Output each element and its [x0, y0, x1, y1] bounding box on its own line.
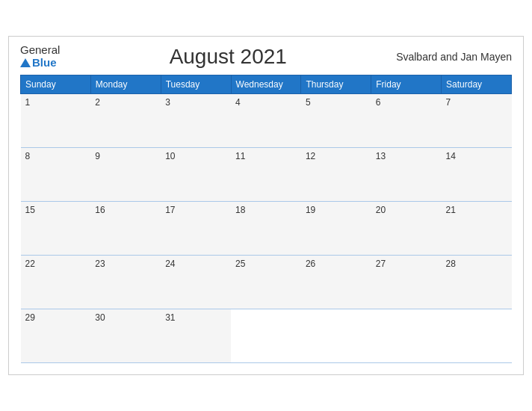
calendar-cell: 14 — [442, 148, 512, 202]
calendar-cell — [231, 309, 301, 363]
calendar-container: General Blue August 2021 Svalbard and Ja… — [8, 36, 524, 375]
calendar-title: August 2021 — [60, 45, 396, 69]
day-num: 21 — [446, 205, 456, 215]
day-num: 22 — [25, 259, 35, 269]
day-num: 6 — [376, 97, 381, 108]
day-num: 20 — [376, 205, 386, 215]
calendar-cell: 25 — [231, 256, 301, 309]
day-num: 10 — [165, 151, 175, 161]
calendar-cell: 12 — [301, 148, 371, 202]
calendar-cell: 22 — [21, 256, 91, 309]
day-num: 31 — [165, 312, 175, 323]
calendar-cell: 13 — [371, 148, 442, 202]
day-num: 25 — [235, 259, 245, 269]
calendar-cell: 23 — [90, 256, 161, 309]
calendar-cell: 5 — [301, 94, 371, 148]
calendar-cell: 30 — [90, 309, 161, 363]
day-num: 26 — [306, 259, 315, 269]
logo: General Blue — [20, 44, 60, 69]
header-thursday: Thursday — [301, 75, 371, 94]
calendar-cell: 26 — [301, 256, 371, 309]
day-num: 18 — [235, 205, 245, 215]
calendar-cell: 16 — [90, 202, 161, 256]
day-num: 9 — [95, 151, 100, 161]
calendar-cell: 6 — [371, 94, 442, 148]
header-saturday: Saturday — [442, 75, 512, 94]
calendar-cell: 20 — [371, 202, 442, 256]
day-num: 16 — [95, 205, 105, 215]
header-wednesday: Wednesday — [231, 75, 301, 94]
calendar-cell: 31 — [161, 309, 231, 363]
day-num: 23 — [95, 259, 105, 269]
day-num: 19 — [306, 205, 315, 215]
day-num: 2 — [95, 97, 100, 108]
calendar-cell: 15 — [21, 202, 91, 256]
calendar-cell: 29 — [21, 309, 91, 363]
weekday-header-row: Sunday Monday Tuesday Wednesday Thursday… — [21, 75, 512, 94]
header-tuesday: Tuesday — [161, 75, 231, 94]
calendar-grid: Sunday Monday Tuesday Wednesday Thursday… — [20, 75, 512, 363]
day-num: 4 — [235, 97, 241, 108]
calendar-cell: 19 — [301, 202, 371, 256]
day-num: 8 — [25, 151, 31, 161]
calendar-cell: 7 — [442, 94, 512, 148]
day-num: 3 — [165, 97, 170, 108]
day-num: 11 — [235, 151, 245, 161]
calendar-cell: 11 — [231, 148, 301, 202]
week-row-1: 1234567 — [21, 94, 512, 148]
calendar-cell: 8 — [21, 148, 91, 202]
logo-triangle-icon — [20, 58, 31, 67]
calendar-cell: 18 — [231, 202, 301, 256]
week-row-2: 891011121314 — [21, 148, 512, 202]
logo-blue-text: Blue — [20, 57, 57, 69]
day-num: 30 — [95, 312, 105, 323]
week-row-5: 293031 — [21, 309, 512, 363]
calendar-cell: 27 — [371, 256, 442, 309]
logo-general-text: General — [20, 44, 60, 57]
header-monday: Monday — [90, 75, 161, 94]
calendar-cell: 17 — [161, 202, 231, 256]
day-num: 24 — [165, 259, 175, 269]
day-num: 27 — [376, 259, 386, 269]
calendar-cell: 28 — [442, 256, 512, 309]
calendar-cell: 10 — [161, 148, 231, 202]
calendar-cell — [442, 309, 512, 363]
week-row-4: 22232425262728 — [21, 256, 512, 309]
day-num: 15 — [25, 205, 35, 215]
header-friday: Friday — [371, 75, 442, 94]
calendar-cell: 3 — [161, 94, 231, 148]
calendar-cell: 24 — [161, 256, 231, 309]
calendar-cell: 1 — [21, 94, 91, 148]
day-num: 1 — [25, 97, 31, 108]
day-num: 5 — [306, 97, 311, 108]
week-row-3: 15161718192021 — [21, 202, 512, 256]
calendar-cell: 2 — [90, 94, 161, 148]
calendar-header: General Blue August 2021 Svalbard and Ja… — [20, 44, 512, 69]
day-num: 28 — [446, 259, 456, 269]
header-sunday: Sunday — [21, 75, 91, 94]
calendar-cell — [301, 309, 371, 363]
day-num: 7 — [446, 97, 451, 108]
day-num: 29 — [25, 312, 35, 323]
day-num: 17 — [165, 205, 175, 215]
calendar-cell — [371, 309, 442, 363]
day-num: 13 — [376, 151, 386, 161]
calendar-cell: 4 — [231, 94, 301, 148]
day-num: 14 — [446, 151, 456, 161]
calendar-cell: 9 — [90, 148, 161, 202]
calendar-cell: 21 — [442, 202, 512, 256]
calendar-region: Svalbard and Jan Mayen — [396, 51, 512, 63]
day-num: 12 — [306, 151, 315, 161]
